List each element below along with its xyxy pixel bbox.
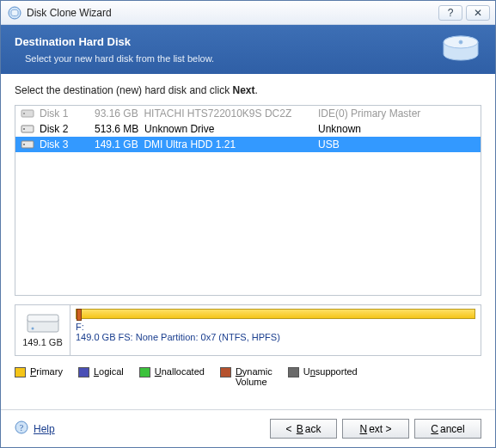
svg-rect-12 (28, 315, 58, 322)
content-area: Select the destination (new) hard disk a… (1, 74, 495, 409)
hard-disk-icon (440, 34, 481, 68)
next-button[interactable]: Next > (342, 419, 409, 439)
partition-info: F: 149.0 GB FS: None Partition: 0x7 (NTF… (70, 305, 481, 355)
disk-icon (21, 124, 34, 134)
banner-heading: Destination Hard Disk (15, 35, 481, 48)
disk-name: Disk 1 (40, 107, 95, 120)
disk-row[interactable]: Disk 2 513.6 MB Unknown Drive Unknown (15, 121, 481, 137)
app-icon (8, 6, 21, 20)
svg-point-10 (23, 144, 25, 145)
disk-detail-panel: 149.1 GB F: 149.0 GB FS: None Partition:… (15, 304, 481, 356)
svg-text:?: ? (20, 423, 24, 433)
legend-logical: Logical (78, 366, 124, 377)
legend-dynamic: DynamicVolume (220, 366, 272, 387)
legend: Primary Logical Unallocated DynamicVolum… (15, 366, 481, 387)
back-button[interactable]: < Back (270, 419, 337, 439)
disk-capacity: 149.1 GB (22, 337, 62, 347)
instruction-text: Select the destination (new) hard disk a… (15, 84, 481, 96)
swatch-logical (78, 367, 89, 377)
wizard-window: Disk Clone Wizard ? ✕ Destination Hard D… (0, 0, 496, 448)
disk-name: Disk 2 (40, 123, 95, 135)
disk-icon (21, 108, 34, 119)
window-title: Disk Clone Wizard (27, 7, 438, 19)
partition-bar[interactable] (76, 309, 475, 319)
svg-point-6 (23, 113, 25, 114)
swatch-unsupported (288, 367, 299, 377)
footer: ? Help < Back Next > Cancel (1, 409, 495, 447)
disk-list[interactable]: Disk 1 93.16 GB HITACHI HTS722010K9S DC2… (15, 105, 481, 296)
titlebar: Disk Clone Wizard ? ✕ (1, 1, 495, 25)
disk-desc: 513.6 MB Unknown Drive (95, 123, 318, 135)
svg-point-4 (459, 40, 462, 44)
disk-icon (21, 139, 34, 150)
partition-handle[interactable] (77, 309, 82, 321)
svg-point-13 (31, 328, 34, 330)
titlebar-buttons: ? ✕ (438, 5, 490, 21)
swatch-primary (15, 367, 26, 377)
help-icon: ? (15, 420, 28, 437)
svg-point-8 (23, 128, 25, 130)
close-titlebar-button[interactable]: ✕ (466, 5, 490, 21)
help-titlebar-button[interactable]: ? (438, 5, 462, 21)
banner-subtext: Select your new hard disk from the list … (25, 53, 481, 64)
disk-thumbnail: 149.1 GB (15, 305, 70, 355)
cancel-button[interactable]: Cancel (414, 419, 481, 439)
hard-disk-icon (26, 313, 60, 335)
disk-interface: USB (318, 138, 475, 150)
disk-interface: Unknown (318, 123, 475, 135)
partition-details: 149.0 GB FS: None Partition: 0x7 (NTFS, … (76, 332, 475, 342)
legend-unsupported: Unsupported (288, 366, 358, 377)
help-link[interactable]: ? Help (15, 420, 55, 437)
swatch-unallocated (139, 367, 150, 377)
disk-desc: 93.16 GB HITACHI HTS722010K9S DC2Z (95, 107, 318, 120)
disk-desc: 149.1 GB DMI Ultra HDD 1.21 (95, 138, 318, 150)
partition-drive-letter: F: (76, 322, 475, 332)
disk-row[interactable]: Disk 1 93.16 GB HITACHI HTS722010K9S DC2… (15, 106, 481, 121)
swatch-dynamic (220, 367, 231, 377)
disk-name: Disk 3 (40, 138, 95, 150)
disk-row[interactable]: Disk 3 149.1 GB DMI Ultra HDD 1.21 USB (15, 137, 481, 152)
disk-interface: IDE(0) Primary Master (318, 107, 475, 120)
legend-primary: Primary (15, 366, 63, 377)
wizard-banner: Destination Hard Disk Select your new ha… (1, 25, 495, 74)
legend-unallocated: Unallocated (139, 366, 205, 377)
